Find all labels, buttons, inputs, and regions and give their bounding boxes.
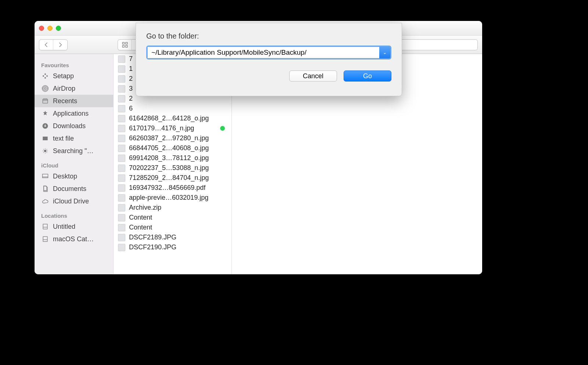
file-name: Content [129,214,152,221]
forward-button[interactable] [53,40,67,50]
macos-cat--icon [41,235,49,243]
sidebar-item-airdrop[interactable]: AirDrop [35,82,113,95]
sidebar-item-recents[interactable]: Recents [35,95,113,107]
file-item[interactable]: 169347932…8456669.pdf [114,183,232,193]
sidebar-item-setapp[interactable]: Setapp [35,70,113,82]
nav-buttons [39,39,68,50]
file-thumbnail-icon [118,165,125,172]
svg-rect-24 [43,224,47,229]
file-item[interactable]: 66260387_2…97280_n.jpg [114,133,232,143]
path-input-wrap: ⌄ [146,46,391,59]
svg-rect-21 [43,137,47,140]
file-item[interactable]: Archive.zip [114,203,232,213]
file-thumbnail-icon [118,85,125,93]
folder-path-input[interactable] [147,47,379,58]
file-thumbnail-icon [118,55,125,63]
sidebar-item-untitled[interactable]: Untitled [35,220,113,233]
grid-icon [121,41,129,48]
file-name: 2 [129,75,133,83]
sidebar-item-text-file[interactable]: text file [35,132,113,145]
sidebar-item-macos-cat-[interactable]: macOS Cat… [35,233,113,245]
file-thumbnail-icon [118,194,125,202]
file-name: 69914208_3…78112_o.jpg [129,154,209,162]
file-item[interactable]: 61642868_2…64128_o.jpg [114,113,232,123]
file-thumbnail-icon [118,204,125,212]
sidebar-item-label: text file [53,135,74,142]
sidebar-item-applications[interactable]: Applications [35,107,113,120]
searching--icon [41,147,49,155]
airdrop-icon [41,84,49,93]
file-thumbnail-icon [118,65,125,73]
file-item[interactable]: 6 [114,104,232,113]
file-name: 6 [129,105,133,112]
file-thumbnail-icon [118,105,125,112]
cancel-button[interactable]: Cancel [289,71,337,82]
sidebar-item-label: Untitled [53,223,75,231]
svg-rect-25 [43,236,47,241]
file-item[interactable]: DSCF2189.JPG [114,232,232,242]
finder-window: 🗄️ Recents [35,21,482,274]
svg-rect-23 [43,174,48,178]
file-thumbnail-icon [118,95,125,102]
sidebar-item-icloud-drive[interactable]: iCloud Drive [35,195,113,207]
file-item[interactable]: 69914208_3…78112_o.jpg [114,153,232,163]
sidebar-item-label: iCloud Drive [53,198,89,205]
file-item[interactable]: DSCF2190.JPG [114,242,232,252]
icon-view-button[interactable] [118,40,132,50]
svg-rect-0 [122,42,124,44]
file-name: 66260387_2…97280_n.jpg [129,134,209,142]
file-name: 2 [129,95,133,102]
file-item[interactable]: 71285209_2…84704_n.jpg [114,173,232,183]
file-thumbnail-icon [118,135,125,142]
file-thumbnail-icon [118,115,125,122]
sidebar-item-label: Desktop [53,173,77,180]
file-item[interactable]: apple-previe…6032019.jpg [114,193,232,203]
sidebar-section-label: Locations [35,207,113,220]
file-thumbnail-icon [118,75,125,83]
file-thumbnail-icon [118,214,125,221]
file-name: 71285209_2…84704_n.jpg [129,174,209,182]
go-to-folder-dialog: Go to the folder: ⌄ Cancel Go [136,23,402,96]
file-item[interactable]: 66844705_2…40608_o.jpg [114,143,232,153]
file-item[interactable]: Content [114,223,232,232]
sidebar-item-label: Recents [53,97,77,105]
svg-point-22 [44,150,47,152]
sidebar-item-documents[interactable]: Documents [35,182,113,195]
desktop-icon [41,172,49,180]
file-thumbnail-icon [118,184,125,192]
untitled-icon [41,223,49,231]
chevron-left-icon [43,41,50,48]
file-item[interactable]: Content [114,213,232,223]
file-name: Content [129,224,152,231]
file-name: DSCF2190.JPG [129,243,176,251]
go-button[interactable]: Go [344,71,391,82]
chevron-right-icon [57,41,64,48]
file-thumbnail-icon [118,244,125,251]
sidebar-item-label: Downloads [53,122,86,130]
svg-point-17 [43,86,47,91]
sidebar-item-label: AirDrop [53,85,75,93]
back-button[interactable] [39,40,53,50]
path-history-dropdown[interactable]: ⌄ [379,47,390,58]
file-name: 66844705_2…40608_o.jpg [129,144,209,152]
file-thumbnail-icon [118,125,125,132]
file-name: 70202237_5…53088_n.jpg [129,164,209,172]
chevron-down-icon: ⌄ [383,50,387,55]
sidebar-item-downloads[interactable]: Downloads [35,120,113,132]
file-thumbnail-icon [118,234,125,241]
file-item[interactable]: 70202237_5…53088_n.jpg [114,163,232,173]
svg-point-16 [44,88,46,90]
sidebar-item-label: macOS Cat… [53,235,94,243]
file-item[interactable]: 6170179…4176_n.jpg [114,123,232,133]
file-name: 169347932…8456669.pdf [129,184,205,192]
sidebar-item-label: Applications [53,110,89,118]
dialog-buttons: Cancel Go [146,71,391,82]
setapp-icon [41,72,49,80]
svg-rect-19 [43,100,47,103]
sidebar-item-desktop[interactable]: Desktop [35,170,113,182]
sidebar-item-searching-[interactable]: Searching "… [35,145,113,157]
recents-icon [41,97,49,105]
file-name: 7 [129,55,133,63]
file-name: DSCF2189.JPG [129,234,176,241]
svg-rect-3 [125,45,127,47]
